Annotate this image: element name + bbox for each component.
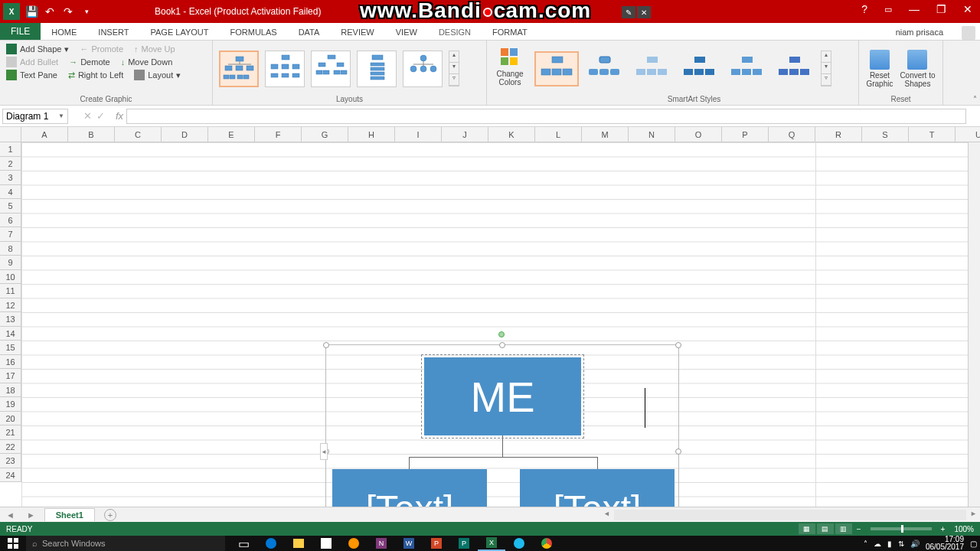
- text-pane-button[interactable]: Text Pane: [6, 70, 57, 80]
- row-header-15[interactable]: 15: [0, 341, 21, 355]
- taskbar-onenote-icon[interactable]: N: [368, 536, 395, 551]
- resize-handle-ne[interactable]: [675, 342, 681, 348]
- row-header-6[interactable]: 6: [0, 214, 21, 228]
- col-header-U[interactable]: U: [956, 127, 980, 142]
- maximize-icon[interactable]: ❐: [932, 2, 951, 17]
- col-header-O[interactable]: O: [675, 127, 722, 142]
- col-header-I[interactable]: I: [395, 127, 442, 142]
- convert-to-shapes-button[interactable]: Convert to Shapes: [899, 50, 936, 88]
- sheet-tab-sheet1[interactable]: Sheet1: [44, 508, 95, 521]
- zoom-out-button[interactable]: −: [854, 525, 864, 533]
- move-down-button[interactable]: ↓Move Down: [121, 57, 173, 67]
- signed-in-user[interactable]: niam prisaca: [893, 24, 946, 40]
- styles-gallery-spinner[interactable]: ▴▾▿: [821, 51, 831, 86]
- tab-design[interactable]: DESIGN: [428, 24, 482, 40]
- row-header-11[interactable]: 11: [0, 284, 21, 298]
- rec-close-icon[interactable]: ✕: [637, 6, 651, 18]
- resize-handle-e[interactable]: [675, 448, 681, 455]
- user-avatar-icon[interactable]: [962, 26, 975, 40]
- formula-enter-icon[interactable]: ✓: [96, 110, 105, 122]
- row-header-13[interactable]: 13: [0, 312, 21, 327]
- task-view-icon[interactable]: ▭: [230, 536, 257, 551]
- col-header-Q[interactable]: Q: [769, 127, 815, 142]
- col-header-C[interactable]: C: [115, 127, 162, 142]
- taskbar-powerpoint-icon[interactable]: P: [423, 536, 450, 551]
- row-header-5[interactable]: 5: [0, 199, 21, 214]
- row-header-8[interactable]: 8: [0, 242, 21, 256]
- taskbar-store-icon[interactable]: [312, 536, 340, 551]
- taskbar-word-icon[interactable]: W: [395, 536, 423, 551]
- col-header-G[interactable]: G: [302, 127, 348, 142]
- col-header-L[interactable]: L: [535, 127, 582, 142]
- help-icon[interactable]: ?: [857, 2, 872, 17]
- add-bullet-button[interactable]: Add Bullet: [6, 57, 58, 67]
- ribbon-display-icon[interactable]: ▭: [880, 3, 897, 16]
- rec-crop-icon[interactable]: ✎: [622, 6, 635, 18]
- qat-customize-icon[interactable]: ▾: [80, 5, 93, 18]
- style-option-3[interactable]: [631, 53, 672, 85]
- tray-battery-icon[interactable]: ▮: [887, 540, 892, 548]
- col-header-E[interactable]: E: [208, 127, 255, 142]
- tray-volume-icon[interactable]: 🔊: [910, 540, 920, 548]
- row-header-2[interactable]: 2: [0, 157, 21, 171]
- zoom-slider[interactable]: [871, 527, 932, 530]
- style-option-6[interactable]: [773, 53, 815, 85]
- start-button[interactable]: [0, 536, 26, 551]
- change-colors-dropdown[interactable]: Change Colors: [487, 41, 530, 105]
- tab-home[interactable]: HOME: [41, 24, 87, 40]
- add-sheet-button[interactable]: +: [104, 509, 116, 521]
- view-page-break-icon[interactable]: ▥: [835, 523, 852, 534]
- style-option-1[interactable]: [536, 53, 577, 85]
- layout-option-5[interactable]: [403, 51, 443, 87]
- tray-wifi-icon[interactable]: ⇅: [898, 540, 904, 548]
- row-header-9[interactable]: 9: [0, 256, 21, 270]
- col-header-S[interactable]: S: [862, 127, 909, 142]
- col-header-B[interactable]: B: [68, 127, 115, 142]
- column-headers[interactable]: ABCDEFGHIJKLMNOPQRSTU: [21, 127, 980, 142]
- taskbar-search[interactable]: ⌕ Search Windows: [26, 536, 225, 551]
- style-option-2[interactable]: [583, 53, 625, 85]
- zoom-in-button[interactable]: +: [938, 525, 949, 533]
- layout-option-2[interactable]: [265, 51, 305, 87]
- insert-function-icon[interactable]: fx: [116, 110, 123, 122]
- row-header-16[interactable]: 16: [0, 355, 21, 370]
- formula-input[interactable]: [126, 109, 966, 124]
- tab-format[interactable]: FORMAT: [482, 24, 538, 40]
- row-header-23[interactable]: 23: [0, 454, 21, 468]
- layout-option-3[interactable]: [311, 51, 351, 87]
- name-box[interactable]: Diagram 1▼: [2, 109, 68, 124]
- smartart-diagram[interactable]: ◄ ME [Text] [Text]: [325, 344, 679, 507]
- layout-option-4[interactable]: [357, 51, 397, 87]
- row-header-18[interactable]: 18: [0, 383, 21, 398]
- col-header-K[interactable]: K: [488, 127, 535, 142]
- tab-file[interactable]: FILE: [0, 23, 41, 40]
- sheet-nav-next-icon[interactable]: ►: [21, 510, 41, 520]
- row-header-20[interactable]: 20: [0, 412, 21, 426]
- tab-review[interactable]: REVIEW: [330, 24, 384, 40]
- taskbar-chrome-icon[interactable]: [533, 536, 560, 551]
- namebox-dropdown-icon[interactable]: ▼: [58, 112, 64, 119]
- row-header-17[interactable]: 17: [0, 369, 21, 383]
- close-icon[interactable]: ✕: [959, 2, 977, 17]
- taskbar-edge-icon[interactable]: [257, 536, 285, 551]
- row-headers[interactable]: 123456789101112131415161718192021222324: [0, 142, 21, 482]
- row-header-1[interactable]: 1: [0, 142, 21, 157]
- add-shape-button[interactable]: Add Shape ▾: [6, 44, 69, 54]
- qat-save-icon[interactable]: 💾: [24, 5, 38, 18]
- formula-cancel-icon[interactable]: ✕: [83, 110, 92, 122]
- row-header-21[interactable]: 21: [0, 425, 21, 440]
- col-header-P[interactable]: P: [722, 127, 769, 142]
- col-header-M[interactable]: M: [582, 127, 629, 142]
- view-page-layout-icon[interactable]: ▤: [817, 523, 834, 534]
- row-header-7[interactable]: 7: [0, 227, 21, 242]
- col-header-A[interactable]: A: [21, 127, 68, 142]
- tray-onedrive-icon[interactable]: ☁: [874, 540, 881, 548]
- qat-redo-icon[interactable]: ↷: [61, 5, 75, 18]
- row-header-4[interactable]: 4: [0, 185, 21, 200]
- col-header-F[interactable]: F: [255, 127, 302, 142]
- promote-button[interactable]: ←Promote: [80, 44, 123, 54]
- layout-option-1[interactable]: [219, 51, 259, 87]
- qat-undo-icon[interactable]: ↶: [43, 5, 57, 18]
- row-header-10[interactable]: 10: [0, 270, 21, 285]
- sheet-nav-prev-icon[interactable]: ◄: [0, 510, 21, 520]
